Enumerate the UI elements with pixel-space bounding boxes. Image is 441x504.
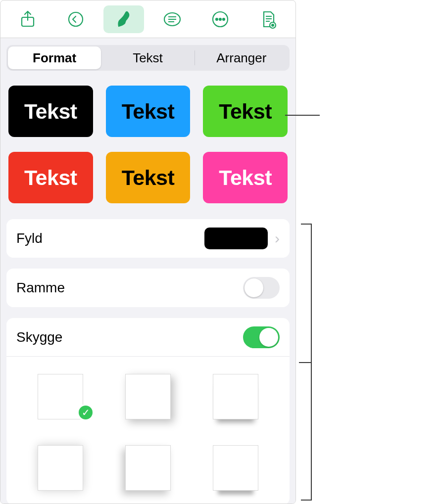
shadow-preview <box>38 374 83 419</box>
callout-bracket-settings <box>301 224 312 501</box>
fill-card: Fyld › <box>6 219 290 258</box>
svg-point-9 <box>223 18 225 20</box>
toggle-knob <box>245 278 263 297</box>
text-style-label: Tekst <box>219 99 272 124</box>
svg-point-7 <box>216 18 218 20</box>
share-button[interactable] <box>7 5 48 33</box>
document-options-button[interactable] <box>248 5 289 33</box>
list-icon <box>162 9 182 29</box>
paintbrush-icon <box>114 9 134 29</box>
toggle-knob <box>259 328 278 347</box>
document-view-icon <box>258 9 278 29</box>
text-style-3[interactable]: Tekst <box>203 86 288 137</box>
tab-arrange[interactable]: Arranger <box>195 46 288 69</box>
text-style-4[interactable]: Tekst <box>8 152 93 203</box>
svg-point-14 <box>271 24 274 27</box>
format-button[interactable] <box>103 5 144 33</box>
format-content: Format Tekst Arranger Tekst Tekst Tekst … <box>0 38 295 504</box>
text-style-6[interactable]: Tekst <box>203 152 288 203</box>
shadow-toggle[interactable] <box>243 326 280 348</box>
fill-color-swatch <box>204 228 268 249</box>
border-label: Ramme <box>16 280 243 296</box>
text-style-label: Tekst <box>122 99 175 124</box>
tab-arrange-label: Arranger <box>216 50 266 66</box>
fill-row[interactable]: Fyld › <box>6 219 290 258</box>
undo-icon <box>66 9 86 29</box>
format-inspector-panel: Format Tekst Arranger Tekst Tekst Tekst … <box>0 0 296 504</box>
text-style-5[interactable]: Tekst <box>106 152 191 203</box>
shadow-preview <box>125 374 171 419</box>
insert-button[interactable] <box>152 5 193 33</box>
tab-format-label: Format <box>33 50 76 66</box>
text-style-label: Tekst <box>219 166 272 190</box>
tab-text[interactable]: Tekst <box>101 46 194 69</box>
shadow-options-grid: ✓ <box>6 357 290 500</box>
text-style-label: Tekst <box>24 99 77 124</box>
text-style-label: Tekst <box>24 166 77 190</box>
shadow-card: Skygge ✓ <box>6 318 290 504</box>
text-style-2[interactable]: Tekst <box>106 86 191 137</box>
more-icon <box>210 9 230 29</box>
shadow-option-4[interactable] <box>26 441 94 495</box>
shadow-preview <box>213 445 258 491</box>
fill-label: Fyld <box>16 230 204 246</box>
more-button[interactable] <box>200 5 241 33</box>
tab-format[interactable]: Format <box>8 46 101 69</box>
segmented-control: Format Tekst Arranger <box>6 45 290 71</box>
text-style-label: Tekst <box>122 166 175 190</box>
shadow-option-1[interactable]: ✓ <box>26 369 94 424</box>
border-toggle[interactable] <box>243 277 280 299</box>
border-card: Ramme <box>6 269 290 307</box>
text-style-1[interactable]: Tekst <box>8 86 93 137</box>
shadow-preview <box>38 445 83 491</box>
shadow-label: Skygge <box>16 329 243 345</box>
tab-text-label: Tekst <box>133 50 163 66</box>
share-icon <box>18 9 38 29</box>
shadow-preview <box>213 374 258 419</box>
svg-point-1 <box>69 12 83 26</box>
callout-line-styles <box>285 115 320 116</box>
shadow-option-6[interactable] <box>202 441 270 495</box>
text-style-grid: Tekst Tekst Tekst Tekst Tekst Tekst <box>6 86 290 203</box>
shadow-option-3[interactable] <box>202 369 270 424</box>
shadow-preview <box>125 445 171 491</box>
undo-button[interactable] <box>55 5 96 33</box>
shadow-option-2[interactable] <box>114 369 182 424</box>
shadow-option-5[interactable] <box>114 441 182 495</box>
checkmark-icon: ✓ <box>77 404 94 421</box>
shadow-header: Skygge <box>6 318 290 357</box>
border-row: Ramme <box>6 269 290 307</box>
toolbar <box>0 0 295 38</box>
chevron-right-icon: › <box>275 230 280 247</box>
svg-point-8 <box>219 18 221 20</box>
